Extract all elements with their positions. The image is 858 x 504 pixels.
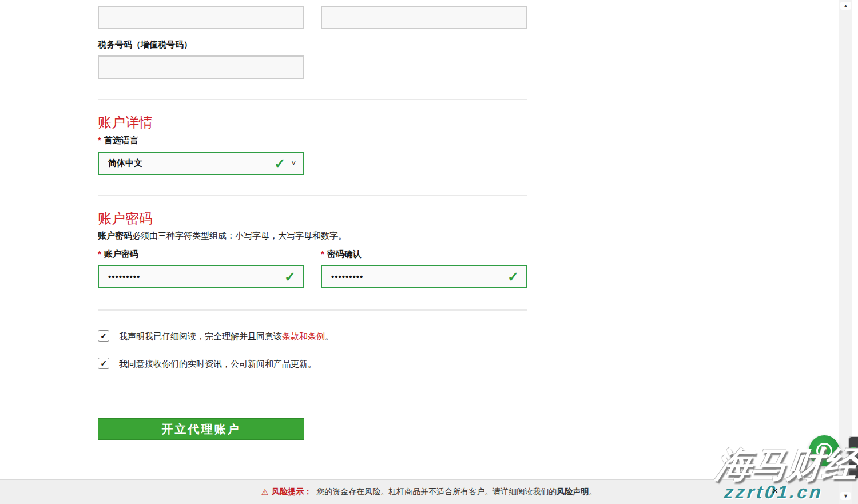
upper-left-input[interactable] [98, 6, 304, 29]
password-input[interactable]: ••••••••• ✓ [98, 265, 304, 288]
chat-bubble-tail [814, 457, 819, 462]
required-asterisk: * [98, 135, 101, 145]
terms-link[interactable]: 条款和条例 [282, 331, 325, 341]
divider [98, 99, 527, 100]
open-agent-account-button[interactable]: 开立代理账户 [98, 418, 304, 440]
help-chat-button[interactable]: ? [809, 435, 840, 466]
chevron-down-icon: ˅ [291, 160, 296, 167]
risk-statement-link[interactable]: 风险声明 [557, 487, 589, 497]
password-masked-value: ••••••••• [108, 272, 284, 281]
warning-triangle-icon: ⚠ [261, 487, 269, 497]
password-rules-text: 账户密码必须由三种字符类型组成：小写字母，大写字母和数字。 [98, 231, 347, 241]
scroll-down-button[interactable]: ▼ [840, 492, 851, 500]
vertical-scrollbar[interactable]: ▲ ▼ [839, 0, 852, 504]
scroll-up-button[interactable]: ▲ [840, 2, 851, 10]
language-select[interactable]: 简体中文 ✓ ˅ [98, 152, 304, 175]
valid-check-icon: ✓ [274, 157, 285, 170]
tax-number-input[interactable] [98, 55, 304, 79]
upper-right-input[interactable] [321, 6, 527, 29]
password-label: *账户密码 [98, 249, 138, 260]
close-icon[interactable]: × [772, 485, 778, 497]
password-confirm-masked-value: ••••••••• [331, 272, 507, 281]
required-asterisk: * [321, 249, 324, 259]
risk-warning-text: 您的资金存在风险。杠杆商品并不适合所有客户。请详细阅读我们的 [316, 487, 557, 497]
password-confirm-label: *密码确认 [321, 249, 362, 260]
terms-checkbox-label: 我声明我已仔细阅读，完全理解并且同意该条款和条例。 [119, 331, 333, 342]
risk-warning-label: 风险提示： [272, 487, 312, 497]
watermark-device-graphic [848, 436, 858, 479]
password-confirm-input[interactable]: ••••••••• ✓ [321, 265, 527, 288]
account-details-heading: 账户详情 [98, 113, 153, 132]
valid-check-icon: ✓ [284, 270, 296, 284]
tax-number-label: 税务号码（增值税号码） [98, 39, 192, 50]
required-asterisk: * [98, 249, 101, 259]
valid-check-icon: ✓ [507, 270, 519, 284]
language-selected-value: 简体中文 [108, 158, 274, 169]
password-section-heading: 账户密码 [98, 209, 153, 228]
divider [98, 195, 527, 196]
question-mark-icon: ? [816, 443, 832, 459]
risk-warning-bar: ⚠ 风险提示： 您的资金存在风险。杠杆商品并不适合所有客户。请详细阅读我们的风险… [0, 479, 858, 504]
divider [98, 309, 527, 311]
preferred-language-label: *首选语言 [98, 135, 138, 146]
news-checkbox-label: 我同意接收你们的实时资讯，公司新闻和产品更新。 [119, 359, 316, 370]
news-checkbox[interactable]: ✓ [98, 358, 109, 369]
terms-checkbox[interactable]: ✓ [98, 330, 109, 342]
